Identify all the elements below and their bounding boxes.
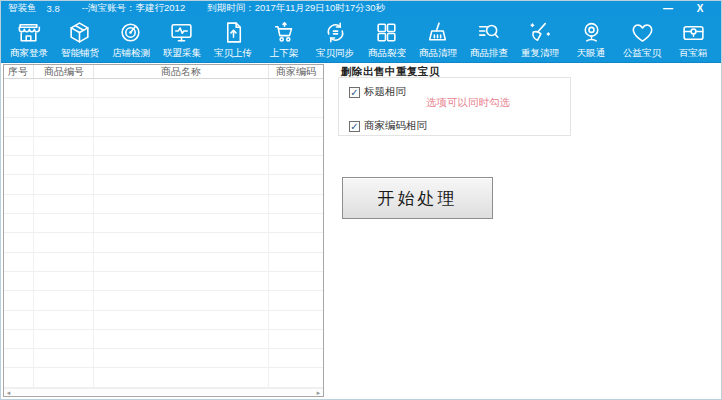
header-cell-3: 商家编码 <box>269 65 323 78</box>
table-row <box>4 253 323 272</box>
toolbar-item-sync[interactable]: 宝贝同步 <box>310 16 361 62</box>
cart-icon <box>272 20 297 45</box>
scroll-right-arrow[interactable]: ► <box>314 389 323 397</box>
table-cell <box>34 291 94 309</box>
horizontal-scrollbar[interactable]: ◄ ► <box>4 388 323 396</box>
table-cell <box>34 253 94 271</box>
table-cell <box>34 233 94 251</box>
checkbox-row-0[interactable]: ✓标题相同 <box>349 85 406 99</box>
table-cell <box>4 233 34 251</box>
window-controls: — X <box>654 1 714 16</box>
table-cell <box>94 156 269 174</box>
table-cell <box>269 272 323 290</box>
table-cell <box>269 330 323 348</box>
search-list-icon <box>476 20 501 45</box>
table-row <box>4 233 323 252</box>
toolbar-item-label: 智能铺货 <box>61 46 99 59</box>
table-row <box>4 272 323 291</box>
treasure-box-icon <box>681 20 706 45</box>
table-cell <box>94 175 269 193</box>
table-cell <box>94 118 269 136</box>
toolbar-item-monitor-wave[interactable]: 联盟采集 <box>156 16 207 62</box>
table-cell <box>269 253 323 271</box>
toolbar-item-label: 商家登录 <box>10 46 48 59</box>
toolbar: 商家登录智能铺货店铺检测联盟采集宝贝上传上下架宝贝同步商品裂变商品清理商品排查重… <box>1 16 721 63</box>
toolbar-item-radar[interactable]: 店铺检测 <box>105 16 156 62</box>
table-cell <box>269 98 323 116</box>
toolbar-item-label: 商品裂变 <box>368 46 406 59</box>
table-cell <box>94 291 269 309</box>
table-cell <box>4 291 34 309</box>
toolbar-item-broom-sparkle[interactable]: 重复清理 <box>514 16 565 62</box>
table-cell <box>4 98 34 116</box>
table-cell <box>94 253 269 271</box>
account-label: --淘宝账号：李建行2012 <box>82 2 185 15</box>
toolbar-item-upload-doc[interactable]: 宝贝上传 <box>208 16 259 62</box>
toolbar-item-label: 商品清理 <box>419 46 457 59</box>
table-cell <box>94 195 269 213</box>
table-cell <box>34 311 94 329</box>
start-button[interactable]: 开始处理 <box>342 177 493 219</box>
toolbar-item-cart[interactable]: 上下架 <box>259 16 310 62</box>
toolbar-item-treasure-box[interactable]: 百宝箱 <box>668 16 719 62</box>
toolbar-item-storefront[interactable]: 商家登录 <box>3 16 54 62</box>
table-row <box>4 291 323 310</box>
toolbar-item-webcam[interactable]: 天眼通 <box>566 16 617 62</box>
toolbar-item-label: 上下架 <box>270 46 299 59</box>
checkbox-icon[interactable]: ✓ <box>349 121 360 132</box>
table-cell <box>269 175 323 193</box>
table-cell <box>4 195 34 213</box>
broom-sparkle-icon <box>527 20 552 45</box>
toolbar-item-package[interactable]: 智能铺货 <box>54 16 105 62</box>
table-cell <box>34 349 94 367</box>
table-cell <box>269 368 323 386</box>
toolbar-item-label: 百宝箱 <box>679 46 708 59</box>
table-cell <box>269 349 323 367</box>
table-cell <box>269 118 323 136</box>
toolbar-item-broom[interactable]: 商品清理 <box>412 16 463 62</box>
table-cell <box>4 349 34 367</box>
table-cell <box>4 311 34 329</box>
checkbox-icon[interactable]: ✓ <box>349 87 360 98</box>
table-cell <box>94 349 269 367</box>
version-label: 3.8 <box>47 3 60 14</box>
table-cell <box>269 214 323 232</box>
table-header: 序号商品编号商品名称商家编码 <box>4 65 323 79</box>
scroll-left-arrow[interactable]: ◄ <box>4 389 13 397</box>
toolbar-item-heart[interactable]: 公益宝贝 <box>617 16 668 62</box>
table-cell <box>4 368 34 386</box>
table-row <box>4 137 323 156</box>
hint-text: 选项可以同时勾选 <box>426 96 510 110</box>
table-cell <box>4 253 34 271</box>
table-cell <box>269 79 323 97</box>
table-row <box>4 118 323 137</box>
table-cell <box>34 79 94 97</box>
table-row <box>4 349 323 368</box>
close-button[interactable]: X <box>686 1 714 16</box>
table-cell <box>269 311 323 329</box>
table-cell <box>94 272 269 290</box>
table-cell <box>34 175 94 193</box>
app-window: 智装鱼 3.8 --淘宝账号：李建行2012 到期时间：2017年11月29日1… <box>0 0 722 400</box>
table-row <box>4 311 323 330</box>
checkbox-row-1[interactable]: ✓商家编码相同 <box>349 119 427 133</box>
table-cell <box>4 79 34 97</box>
table-cell <box>34 118 94 136</box>
table-cell <box>4 175 34 193</box>
table-cell <box>4 330 34 348</box>
table-cell <box>4 156 34 174</box>
table-cell <box>34 137 94 155</box>
table-cell <box>4 137 34 155</box>
table-cell <box>34 330 94 348</box>
table-cell <box>269 137 323 155</box>
table-cell <box>269 156 323 174</box>
upload-doc-icon <box>221 20 246 45</box>
table-row <box>4 79 323 98</box>
table-cell <box>34 98 94 116</box>
table-cell <box>94 330 269 348</box>
minimize-button[interactable]: — <box>654 1 682 16</box>
toolbar-item-search-list[interactable]: 商品排查 <box>463 16 514 62</box>
table-row <box>4 330 323 349</box>
radar-icon <box>118 20 143 45</box>
toolbar-item-grid[interactable]: 商品裂变 <box>361 16 412 62</box>
